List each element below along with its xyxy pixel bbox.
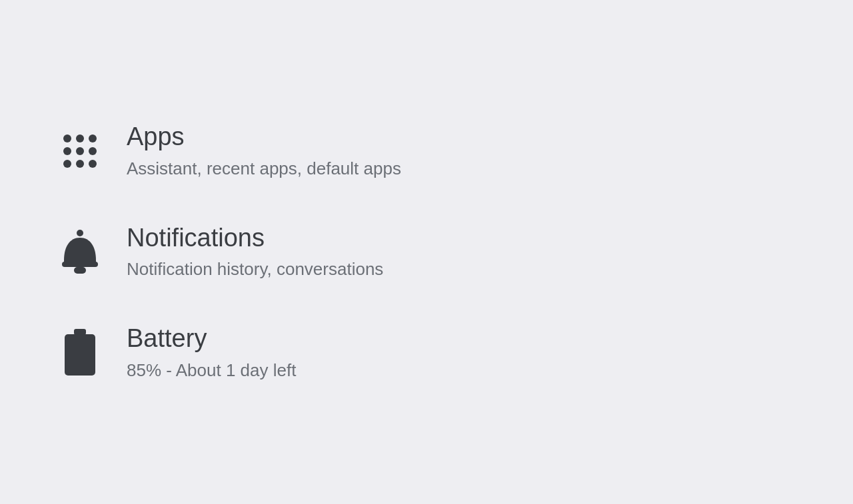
settings-list: Apps Assistant, recent apps, default app… [40, 101, 813, 403]
apps-subtitle: Assistant, recent apps, default apps [127, 158, 401, 180]
svg-point-3 [63, 147, 71, 155]
apps-grid-icon [59, 130, 101, 172]
apps-text-container: Apps Assistant, recent apps, default app… [127, 122, 401, 180]
battery-icon [63, 329, 97, 377]
notifications-subtitle: Notification history, conversations [127, 258, 383, 281]
svg-point-6 [63, 160, 71, 168]
battery-icon-container [53, 329, 107, 377]
bell-icon [61, 230, 99, 274]
notifications-title: Notifications [127, 223, 383, 254]
svg-rect-9 [77, 230, 83, 236]
svg-point-0 [63, 134, 71, 142]
svg-point-7 [76, 160, 84, 168]
apps-title: Apps [127, 122, 401, 152]
notifications-text-container: Notifications Notification history, conv… [127, 223, 383, 281]
svg-rect-13 [65, 334, 95, 376]
svg-rect-10 [62, 262, 98, 267]
battery-title: Battery [127, 324, 296, 354]
battery-text-container: Battery 85% - About 1 day left [127, 324, 296, 381]
svg-rect-11 [74, 267, 86, 274]
notifications-icon-container [53, 230, 107, 274]
settings-item-battery[interactable]: Battery 85% - About 1 day left [40, 302, 813, 403]
svg-rect-12 [74, 329, 86, 335]
settings-item-apps[interactable]: Apps Assistant, recent apps, default app… [40, 101, 813, 201]
battery-subtitle: 85% - About 1 day left [127, 360, 296, 382]
svg-point-2 [89, 134, 97, 142]
settings-item-notifications[interactable]: Notifications Notification history, conv… [40, 202, 813, 302]
svg-point-5 [89, 147, 97, 155]
svg-point-1 [76, 134, 84, 142]
apps-icon-container [53, 130, 107, 172]
svg-point-8 [89, 160, 97, 168]
svg-point-4 [76, 147, 84, 155]
